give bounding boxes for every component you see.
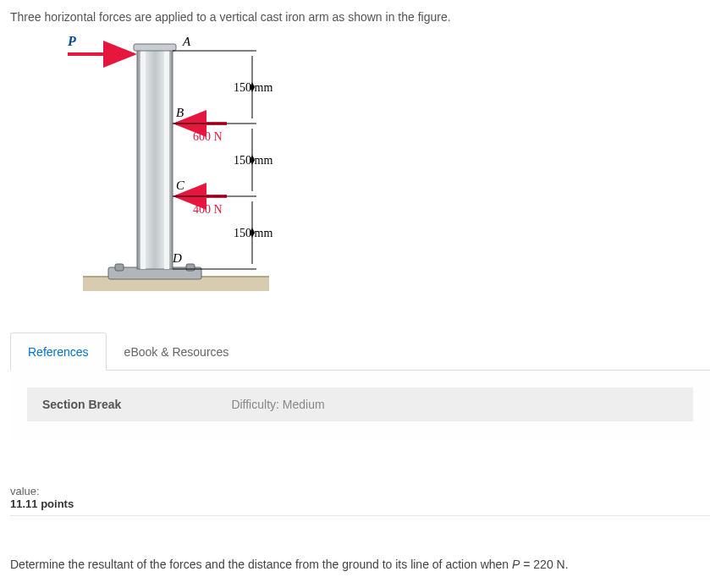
prompt-post: = 220 N. (520, 558, 568, 571)
svg-rect-7 (164, 47, 169, 269)
figure-label-p: P (67, 34, 76, 48)
tab-ebook[interactable]: eBook & Resources (107, 332, 247, 371)
figure-label-a: A (182, 35, 191, 48)
prompt-var: P (512, 558, 520, 571)
value-label: value: (10, 485, 710, 497)
figure-dim-bc: 150 mm (234, 154, 272, 167)
svg-rect-8 (134, 44, 176, 51)
tab-panel: Section Break Difficulty: Medium (10, 370, 710, 438)
svg-rect-3 (115, 264, 124, 271)
value-block: value: 11.11 points (10, 485, 710, 510)
figure-force-c: 400 N (193, 203, 223, 216)
section-break-row: Section Break Difficulty: Medium (27, 387, 693, 421)
tabs: References eBook & Resources (10, 332, 710, 371)
question-prompt: Determine the resultant of the forces an… (10, 554, 710, 575)
figure-dim-ab: 150 mm (234, 81, 272, 94)
difficulty-label: Difficulty: Medium (231, 398, 324, 411)
figure-label-b: B (176, 106, 184, 119)
section-break-label: Section Break (42, 398, 121, 411)
figure-force-b: 600 N (193, 130, 223, 143)
figure-label-d: D (172, 251, 182, 265)
prompt-pre: Determine the resultant of the forces an… (10, 558, 512, 571)
points-value: 11.11 points (10, 497, 710, 510)
tab-references[interactable]: References (10, 332, 107, 371)
divider (10, 515, 710, 516)
figure-label-c: C (176, 179, 185, 192)
problem-figure: P A B 600 N C 400 N D 150 mm 150 mm 150 … (58, 32, 710, 303)
svg-rect-4 (186, 264, 195, 271)
svg-rect-6 (140, 47, 146, 269)
figure-dim-cd: 150 mm (234, 227, 272, 239)
problem-intro: Three horizontal forces are applied to a… (10, 10, 710, 24)
